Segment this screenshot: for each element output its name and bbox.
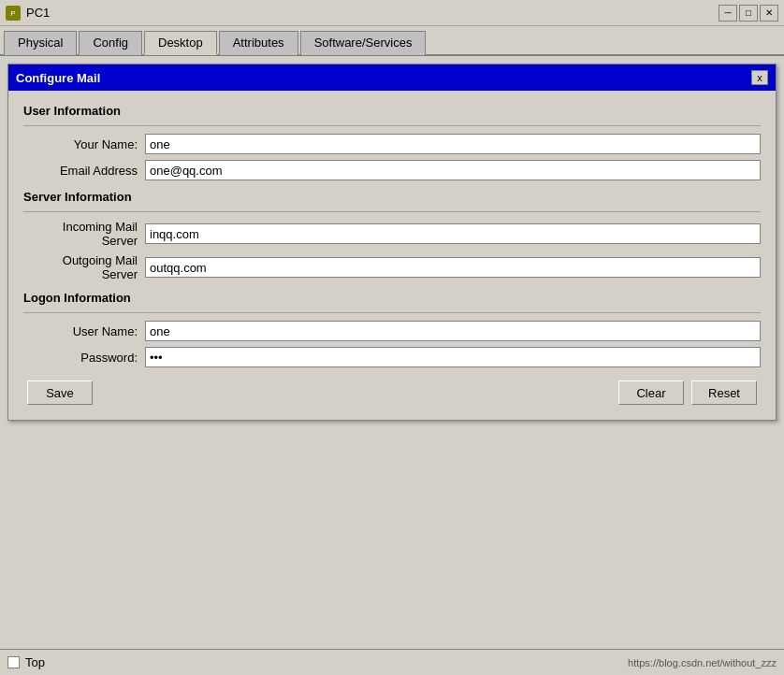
- user-info-header: User Information: [23, 104, 761, 118]
- window-close-button[interactable]: ✕: [760, 5, 778, 22]
- left-buttons: Save: [27, 381, 93, 405]
- password-label: Password:: [23, 351, 145, 365]
- logon-user-name-input[interactable]: [145, 321, 761, 341]
- outgoing-mail-label: Outgoing Mail Server: [23, 253, 145, 281]
- right-buttons: Clear Reset: [618, 381, 757, 405]
- bottom-left: Top: [7, 655, 45, 669]
- main-content: Configure Mail x User Information Your N…: [0, 56, 784, 649]
- title-text: PC1: [26, 6, 50, 20]
- logon-info-section: Logon Information User Name: Password:: [23, 291, 761, 367]
- svg-text:P: P: [10, 9, 15, 18]
- server-info-divider: [23, 211, 761, 212]
- dialog-title: Configure Mail: [16, 71, 100, 85]
- tab-attributes[interactable]: Attributes: [219, 31, 298, 55]
- dialog-body: User Information Your Name: Email Addres…: [8, 91, 776, 420]
- logon-user-name-row: User Name:: [23, 321, 761, 341]
- your-name-label: Your Name:: [23, 137, 145, 151]
- top-label: Top: [25, 655, 45, 669]
- app-icon: P: [6, 6, 21, 21]
- minimize-button[interactable]: ─: [719, 5, 737, 22]
- email-address-input[interactable]: [145, 160, 761, 180]
- password-input[interactable]: [145, 347, 761, 367]
- your-name-row: Your Name:: [23, 134, 761, 154]
- incoming-mail-label: Incoming Mail Server: [23, 220, 145, 248]
- email-address-label: Email Address: [23, 164, 145, 178]
- logon-info-divider: [23, 312, 761, 313]
- bottom-url: https://blog.csdn.net/without_zzz: [628, 657, 777, 668]
- tab-config[interactable]: Config: [79, 31, 142, 55]
- user-info-divider: [23, 125, 761, 126]
- clear-button[interactable]: Clear: [618, 381, 684, 405]
- buttons-row: Save Clear Reset: [23, 381, 761, 405]
- configure-mail-dialog: Configure Mail x User Information Your N…: [7, 64, 777, 421]
- tab-desktop[interactable]: Desktop: [144, 31, 217, 55]
- maximize-button[interactable]: □: [739, 5, 758, 22]
- your-name-input[interactable]: [145, 134, 761, 154]
- bottom-bar: Top https://blog.csdn.net/without_zzz: [0, 649, 784, 675]
- dialog-title-bar: Configure Mail x: [8, 65, 776, 91]
- password-row: Password:: [23, 347, 761, 367]
- logon-user-name-label: User Name:: [23, 324, 145, 338]
- reset-button[interactable]: Reset: [691, 381, 757, 405]
- email-address-row: Email Address: [23, 160, 761, 180]
- outgoing-mail-row: Outgoing Mail Server: [23, 253, 761, 281]
- dialog-close-button[interactable]: x: [751, 70, 768, 85]
- top-checkbox[interactable]: [7, 656, 20, 668]
- server-info-header: Server Information: [23, 190, 761, 204]
- title-bar-left: P PC1: [6, 6, 50, 21]
- save-button[interactable]: Save: [27, 381, 93, 405]
- incoming-mail-row: Incoming Mail Server: [23, 220, 761, 248]
- outgoing-mail-input[interactable]: [145, 257, 761, 278]
- title-controls: ─ □ ✕: [719, 5, 778, 22]
- logon-info-header: Logon Information: [23, 291, 761, 305]
- tab-software-services[interactable]: Software/Services: [300, 31, 427, 55]
- tab-physical[interactable]: Physical: [4, 31, 77, 55]
- server-info-section: Server Information Incoming Mail Server …: [23, 190, 761, 281]
- incoming-mail-input[interactable]: [145, 223, 761, 244]
- tab-bar: Physical Config Desktop Attributes Softw…: [0, 26, 784, 56]
- title-bar: P PC1 ─ □ ✕: [0, 0, 784, 26]
